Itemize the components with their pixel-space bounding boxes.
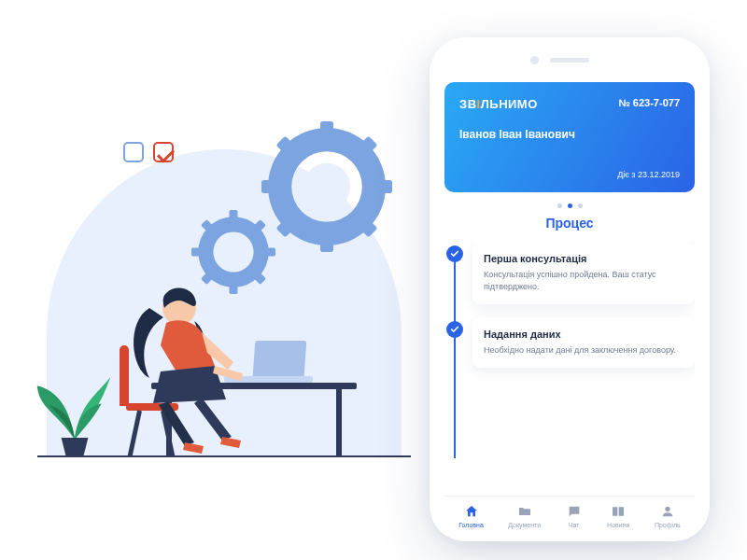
step-title: Надання даних <box>484 329 684 340</box>
process-timeline: Перша консультація Консультація успішно … <box>444 242 695 496</box>
step-desc: Консультація успішно пройдена. Ваш стату… <box>484 269 684 293</box>
process-step[interactable]: Надання даних Необхідно надати дані для … <box>444 317 695 368</box>
brand-text: ЛЬНИМО <box>481 97 538 111</box>
svg-rect-1 <box>320 121 333 140</box>
desk-leg <box>336 389 342 456</box>
svg-point-19 <box>665 507 669 511</box>
folder-icon <box>516 504 533 519</box>
tab-label: Профіль <box>655 522 681 528</box>
person-illustration <box>121 280 289 457</box>
carousel-dot[interactable] <box>578 203 583 208</box>
step-desc: Необхідно надати дані для заключення дог… <box>484 344 684 357</box>
process-step[interactable]: Перша консультація Консультація успішно … <box>444 242 695 304</box>
tab-news[interactable]: Новини <box>607 504 629 528</box>
plant-icon <box>28 350 121 457</box>
svg-point-0 <box>303 163 350 210</box>
news-icon <box>610 504 627 519</box>
checkbox-checked-icon <box>153 142 174 162</box>
tab-documents[interactable]: Документи <box>508 504 541 528</box>
card-holder-name: Іванов Іван Іванович <box>459 128 680 141</box>
step-card[interactable]: Надання даних Необхідно надати дані для … <box>472 317 695 368</box>
chat-icon <box>566 504 583 519</box>
step-card[interactable]: Перша консультація Консультація успішно … <box>472 242 695 304</box>
tab-label: Чат <box>569 522 580 528</box>
step-check-icon <box>446 245 463 262</box>
tab-home[interactable]: Головна <box>458 504 484 528</box>
svg-rect-4 <box>374 180 392 193</box>
svg-point-9 <box>221 240 247 265</box>
checkbox-empty-icon <box>123 142 144 162</box>
phone-speaker <box>550 58 589 63</box>
hero-illustration <box>0 0 430 560</box>
phone-mockup: ЗВІЛЬНИМО № 623-7-077 Іванов Іван Іванов… <box>430 37 710 541</box>
svg-rect-10 <box>230 210 238 222</box>
tab-label: Документи <box>508 522 541 528</box>
svg-rect-2 <box>320 233 333 252</box>
carousel-dot[interactable] <box>557 203 562 208</box>
tab-label: Новини <box>607 522 629 528</box>
step-title: Перша консультація <box>484 253 684 264</box>
svg-rect-3 <box>261 180 280 193</box>
profile-icon <box>659 504 676 519</box>
phone-camera <box>530 56 539 64</box>
svg-rect-13 <box>263 248 275 257</box>
gear-icon <box>261 121 392 252</box>
svg-rect-12 <box>191 248 204 257</box>
home-icon <box>463 504 480 519</box>
tab-chat[interactable]: Чат <box>566 504 583 528</box>
brand-text: ЗВ <box>459 97 477 111</box>
case-number: № 623-7-077 <box>619 97 680 108</box>
step-check-icon <box>446 321 463 338</box>
section-title: Процес <box>444 216 695 231</box>
card-valid-from: Діє з 23.12.2019 <box>617 170 680 179</box>
carousel-dots[interactable] <box>444 203 695 208</box>
tab-profile[interactable]: Профіль <box>655 504 681 528</box>
tab-label: Головна <box>458 522 484 528</box>
checklist-icon <box>123 142 174 162</box>
membership-card[interactable]: ЗВІЛЬНИМО № 623-7-077 Іванов Іван Іванов… <box>444 82 695 192</box>
carousel-dot[interactable] <box>568 203 572 208</box>
bottom-tabbar: Головна Документи Чат Новини Профіль <box>444 496 695 530</box>
